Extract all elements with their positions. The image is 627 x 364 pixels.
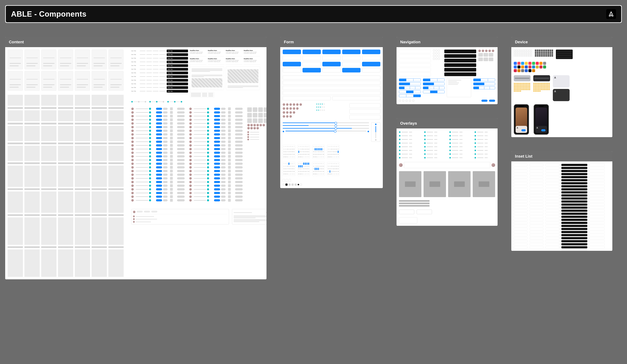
widget-light[interactable]: [553, 75, 570, 88]
emoji[interactable]: [518, 91, 520, 92]
calendar-day[interactable]: 2: [300, 163, 301, 165]
calendar-day[interactable]: 3: [307, 173, 308, 175]
emoji[interactable]: [536, 86, 538, 87]
overlay-list-row[interactable]: [474, 135, 495, 137]
key[interactable]: [530, 51, 532, 53]
calendar-day[interactable]: 2: [319, 156, 321, 158]
calendar-day[interactable]: 27: [292, 153, 293, 155]
chip-blue[interactable]: [156, 133, 162, 136]
calendar-day[interactable]: 30: [329, 173, 331, 175]
emoji[interactable]: [515, 89, 517, 90]
inset-row[interactable]: [545, 237, 559, 239]
calendar-day[interactable]: 25: [303, 153, 304, 155]
calendar-day[interactable]: 17: [331, 168, 332, 170]
emoji[interactable]: [515, 84, 517, 86]
emoji[interactable]: [542, 88, 544, 89]
inset-row[interactable]: [545, 197, 559, 200]
calendar-day[interactable]: 19: [305, 151, 306, 153]
list-row[interactable]: [131, 148, 186, 150]
list-row[interactable]: [131, 199, 186, 202]
inset-row[interactable]: [561, 246, 587, 248]
sheet-overlay[interactable]: [473, 171, 495, 197]
key[interactable]: [550, 53, 551, 55]
key[interactable]: [542, 55, 544, 57]
inset-row[interactable]: [589, 191, 605, 193]
calendar[interactable]: 1234567891011121314151617181920212223242…: [298, 145, 310, 159]
key[interactable]: [520, 51, 521, 53]
key[interactable]: [521, 55, 523, 57]
calendar-day[interactable]: 1: [283, 145, 285, 148]
key[interactable]: [523, 55, 524, 57]
emoji[interactable]: [547, 83, 548, 84]
chip-blue[interactable]: [156, 177, 162, 180]
emoji[interactable]: [520, 89, 521, 90]
app-icon[interactable]: [521, 62, 524, 65]
inset-row[interactable]: [530, 167, 543, 169]
chip-blue[interactable]: [214, 199, 220, 201]
inset-row[interactable]: [589, 167, 605, 169]
app-icon[interactable]: [525, 65, 528, 68]
emoji[interactable]: [542, 84, 544, 86]
range-slider[interactable]: [283, 125, 369, 126]
calendar-day[interactable]: 6: [307, 163, 308, 165]
calendar-day[interactable]: 18: [318, 151, 319, 153]
chip-blue[interactable]: [214, 141, 220, 143]
overlay-list-row[interactable]: [449, 131, 470, 133]
inset-row[interactable]: [530, 179, 543, 181]
key[interactable]: [529, 51, 530, 53]
emoji[interactable]: [547, 84, 548, 86]
key[interactable]: [546, 53, 547, 55]
calendar-day[interactable]: 15: [298, 151, 300, 153]
overlay-list-row[interactable]: [424, 131, 445, 133]
emoji[interactable]: [518, 83, 520, 84]
calendar-day[interactable]: 4: [323, 156, 324, 158]
chip-blue[interactable]: [214, 192, 220, 194]
emoji[interactable]: [527, 83, 529, 84]
key[interactable]: [530, 49, 532, 51]
calendar-day[interactable]: 9: [314, 148, 316, 150]
key[interactable]: [529, 55, 530, 57]
list-row[interactable]: [131, 115, 186, 117]
inset-row[interactable]: [530, 176, 543, 178]
inset-row[interactable]: [530, 231, 543, 233]
calendar-day[interactable]: 30: [329, 156, 331, 158]
secondary-button[interactable]: [342, 56, 361, 60]
calendar-day[interactable]: 16: [314, 151, 316, 153]
key[interactable]: [544, 55, 546, 57]
navbar[interactable]: [399, 68, 431, 72]
inset-row[interactable]: [589, 219, 605, 221]
primary-button[interactable]: [283, 49, 301, 54]
calendar-day[interactable]: 1: [283, 163, 285, 165]
tag[interactable]: [283, 179, 285, 182]
key[interactable]: [527, 49, 528, 51]
emoji[interactable]: [541, 86, 542, 87]
app-icon[interactable]: [536, 65, 539, 68]
overlay-list-row[interactable]: [399, 131, 419, 133]
inset-row[interactable]: [514, 225, 527, 227]
calendar-day[interactable]: 22: [283, 153, 285, 155]
list-row[interactable]: [131, 144, 186, 147]
calendar-day[interactable]: 4: [338, 156, 339, 158]
segmented[interactable]: [473, 79, 495, 81]
calendar-day[interactable]: 16: [300, 151, 301, 153]
calendar-day[interactable]: 1: [313, 145, 314, 148]
user-icon[interactable]: [413, 100, 414, 102]
inset-row[interactable]: [530, 204, 543, 206]
calendar-day[interactable]: 18: [303, 168, 304, 170]
emoji[interactable]: [517, 83, 518, 84]
calendar-day[interactable]: 10: [331, 165, 332, 167]
calendar-day[interactable]: 20: [321, 151, 322, 153]
chip-blue[interactable]: [214, 137, 220, 139]
overlay-list-row[interactable]: [449, 149, 470, 152]
inset-row[interactable]: [545, 225, 559, 227]
calendar-day[interactable]: 18: [288, 151, 290, 153]
emoji[interactable]: [520, 83, 521, 84]
app-icon[interactable]: [514, 69, 517, 72]
key[interactable]: [516, 49, 517, 51]
emoji[interactable]: [549, 83, 550, 84]
chip-blue[interactable]: [156, 148, 162, 150]
key[interactable]: [542, 51, 544, 53]
calendar-day[interactable]: 10: [302, 165, 303, 167]
emoji[interactable]: [533, 86, 534, 87]
search-icon[interactable]: [435, 49, 437, 51]
